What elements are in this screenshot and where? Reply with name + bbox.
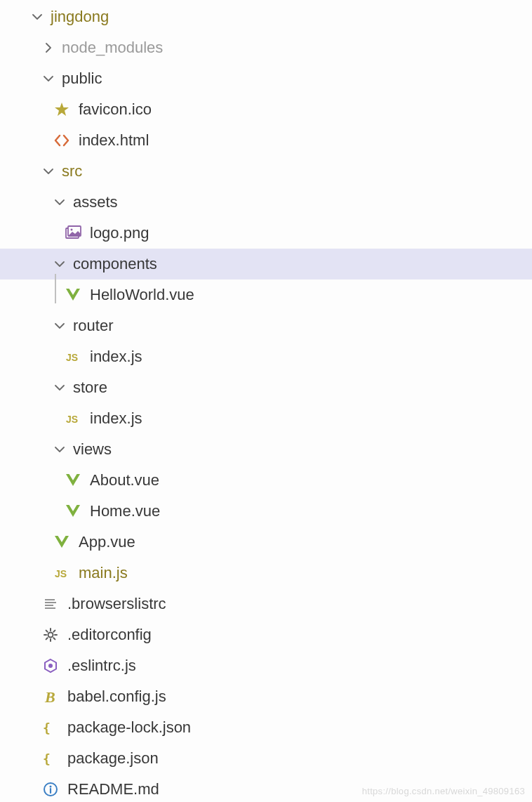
chevron-down-icon (53, 196, 66, 209)
star-icon (53, 101, 70, 118)
tree-folder-store[interactable]: store (0, 372, 532, 403)
folder-label: public (62, 70, 102, 88)
tree-file-store-index[interactable]: index.js (0, 403, 532, 434)
chevron-down-icon (53, 258, 66, 270)
tree-folder-router[interactable]: router (0, 310, 532, 341)
folder-label: views (73, 440, 112, 459)
tree-file-home-vue[interactable]: Home.vue (0, 496, 532, 527)
file-label: logo.png (90, 224, 149, 242)
chevron-right-icon (42, 41, 55, 54)
vue-icon (65, 503, 81, 520)
folder-label: assets (73, 193, 118, 211)
folder-label: jingdong (51, 8, 109, 26)
tree-folder-node-modules[interactable]: node_modules (0, 32, 532, 63)
file-label: main.js (79, 564, 128, 582)
chevron-down-icon (42, 72, 55, 85)
tree-file-favicon[interactable]: favicon.ico (0, 94, 532, 125)
file-label: App.vue (79, 533, 135, 551)
js-icon (65, 348, 81, 365)
vue-icon (65, 287, 81, 303)
chevron-down-icon (53, 381, 66, 394)
file-label: .eslintrc.js (67, 657, 136, 675)
file-label: .editorconfig (67, 626, 152, 644)
tree-file-about-vue[interactable]: About.vue (0, 465, 532, 496)
code-icon (53, 132, 70, 149)
lines-icon (42, 596, 59, 612)
gear-icon (42, 626, 59, 643)
folder-label: router (73, 317, 113, 335)
tree-file-main-js[interactable]: main.js (0, 558, 532, 589)
vue-icon (53, 534, 70, 551)
braces-icon (42, 719, 59, 736)
braces-icon (42, 750, 59, 767)
chevron-down-icon (31, 11, 44, 23)
info-icon (42, 781, 59, 798)
tree-file-router-index[interactable]: index.js (0, 341, 532, 372)
file-tree: jingdong node_modules public favicon.ico… (0, 0, 532, 802)
tree-file-eslintrc[interactable]: .eslintrc.js (0, 650, 532, 681)
watermark-text: https://blog.csdn.net/weixin_49809163 (362, 786, 525, 796)
file-label: index.html (79, 131, 149, 150)
file-label: HelloWorld.vue (90, 286, 194, 304)
folder-label: store (73, 379, 107, 397)
js-icon (53, 565, 70, 581)
tree-file-logo-png[interactable]: logo.png (0, 218, 532, 249)
file-label: About.vue (90, 471, 159, 489)
tree-file-browserslistrc[interactable]: .browserslistrc (0, 589, 532, 619)
tree-folder-root[interactable]: jingdong (0, 1, 532, 32)
tree-folder-public[interactable]: public (0, 63, 532, 94)
tree-folder-views[interactable]: views (0, 434, 532, 465)
tree-file-index-html[interactable]: index.html (0, 125, 532, 156)
tree-folder-components[interactable]: components (0, 249, 532, 280)
tree-file-editorconfig[interactable]: .editorconfig (0, 619, 532, 650)
folder-label: node_modules (62, 39, 163, 57)
file-label: package.json (67, 749, 159, 768)
image-icon (65, 225, 81, 242)
babel-icon (42, 688, 59, 705)
tree-file-babel-config[interactable]: babel.config.js (0, 681, 532, 712)
tree-file-app-vue[interactable]: App.vue (0, 527, 532, 558)
hex-icon (42, 657, 59, 674)
tree-file-package-json[interactable]: package.json (0, 743, 532, 774)
file-label: index.js (90, 348, 142, 366)
tree-folder-assets[interactable]: assets (0, 187, 532, 218)
folder-label: src (62, 162, 82, 180)
tree-file-helloworld-vue[interactable]: HelloWorld.vue (0, 280, 532, 310)
file-label: Home.vue (90, 502, 160, 520)
js-icon (65, 410, 81, 427)
vue-icon (65, 472, 81, 489)
file-label: babel.config.js (67, 688, 166, 706)
tree-folder-src[interactable]: src (0, 156, 532, 187)
file-label: favicon.ico (79, 100, 152, 119)
folder-label: components (73, 255, 157, 273)
file-label: package-lock.json (67, 718, 191, 737)
tree-file-package-lock[interactable]: package-lock.json (0, 712, 532, 743)
file-label: .browserslistrc (67, 595, 166, 613)
chevron-down-icon (42, 165, 55, 178)
chevron-down-icon (53, 443, 66, 456)
file-label: README.md (67, 780, 159, 798)
chevron-down-icon (53, 320, 66, 332)
tree-guide-line (55, 274, 56, 303)
file-label: index.js (90, 409, 142, 428)
